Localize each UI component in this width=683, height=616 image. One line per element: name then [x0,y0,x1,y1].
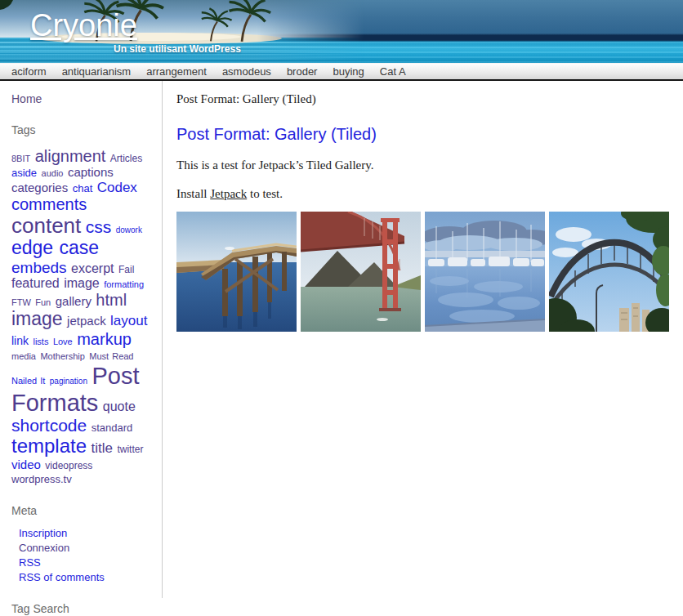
tag-search-heading: Tag Search [11,602,153,615]
tag-fun[interactable]: Fun [35,297,51,307]
tag-articles[interactable]: Articles [110,153,142,164]
nav-menu: aciformantiquarianismarrangementasmodeus… [0,63,683,81]
tag-must-read[interactable]: Must Read [89,351,133,361]
tag-quote[interactable]: quote [103,400,136,413]
meta-list-item: RSS [19,555,153,569]
nav-item-broder[interactable]: broder [287,65,318,78]
tag-ftw[interactable]: FTW [11,297,31,307]
tag-image[interactable]: image [11,308,63,329]
jetpack-link[interactable]: Jetpack [210,187,247,200]
tag-title[interactable]: title [92,440,113,456]
tag-8bit[interactable]: 8BIT [11,154,30,163]
tag-comments[interactable]: comments [11,195,87,213]
gallery-image-golden-gate[interactable] [301,212,421,332]
sidebar-item-rss-of-comments[interactable]: RSS of comments [19,571,105,583]
tag-cloud: 8BIT alignment Articles aside audio capt… [11,147,155,486]
tiled-gallery [176,212,676,332]
tag-media[interactable]: media [11,351,36,361]
sidebar-item-rss[interactable]: RSS [19,556,41,569]
tag-link[interactable]: link [11,334,29,347]
tag-markup[interactable]: markup [77,330,132,348]
tag-video[interactable]: video [11,458,41,471]
tag-codex[interactable]: Codex [97,180,137,195]
tag-alignment[interactable]: alignment [35,147,106,165]
tag-mothership[interactable]: Mothership [40,351,84,361]
tag-wordpress-tv[interactable]: wordpress.tv [11,473,72,485]
tags-heading: Tags [11,123,153,136]
meta-list-item: RSS of comments [19,569,153,584]
tag-featured-image[interactable]: featured image [11,276,100,290]
gallery-image-harbour-bridge[interactable] [549,212,669,332]
tag-categories[interactable]: categories [11,181,68,194]
tag-videopress[interactable]: videopress [45,460,92,471]
tag-jetpack[interactable]: jetpack [67,314,106,328]
tag-gallery[interactable]: gallery [56,294,92,308]
tag-captions[interactable]: captions [68,165,114,179]
gallery-image-blue-marina[interactable] [425,212,545,332]
sidebar-item-inscription[interactable]: Inscription [19,527,67,539]
nav-item-cat-a[interactable]: Cat A [380,65,406,78]
tag-layout[interactable]: layout [110,313,147,328]
meta-list-item: Inscription [19,525,153,540]
tag-pagination[interactable]: pagination [50,377,87,386]
header-banner: Cryonie Un site utilisant WordPress [0,0,683,63]
tag-audio[interactable]: audio [42,168,64,178]
tag-fail[interactable]: Fail [118,264,134,275]
meta-heading: Meta [11,504,153,517]
archive-page-header: Post Format: Gallery (Tiled) [176,92,676,106]
tag-excerpt[interactable]: excerpt [71,261,114,275]
tag-embeds[interactable]: embeds [11,259,67,276]
tag-css[interactable]: css [86,217,112,236]
meta-list: InscriptionConnexionRSSRSS of comments [11,525,153,584]
tag-formatting[interactable]: formatting [104,279,144,289]
tag-chat[interactable]: chat [73,182,93,194]
tag-twitter[interactable]: twitter [117,444,143,455]
meta-list-item: Connexion [19,540,153,555]
tag-shortcode[interactable]: shortcode [11,416,87,435]
tag-love[interactable]: Love [53,337,73,346]
post-paragraph-2: Install Jetpack to test. [176,187,676,201]
tag-aside[interactable]: aside [11,167,37,179]
tag-standard[interactable]: standard [92,422,133,434]
tag-edge-case[interactable]: edge case [11,237,99,258]
nav-item-asmodeus[interactable]: asmodeus [222,65,271,78]
main-content: Post Format: Gallery (Tiled) Post Format… [163,81,683,598]
sidebar-item-connexion[interactable]: Connexion [19,542,69,554]
tag-nailed-it[interactable]: Nailed It [11,376,45,386]
tag-dowork[interactable]: dowork [116,225,142,234]
gallery-image-wooden-pier[interactable] [176,212,297,332]
sidebar-item-home[interactable]: Home [11,92,153,105]
post-paragraph-1: This is a test for Jetpack’s Tiled Galle… [176,158,676,172]
tag-template[interactable]: template [11,435,87,457]
nav-item-antiquarianism[interactable]: antiquarianism [62,65,132,78]
tag-html[interactable]: html [96,291,127,309]
tag-content[interactable]: content [11,213,81,238]
site-title[interactable]: Cryonie [30,8,137,43]
tag-lists[interactable]: lists [33,337,48,346]
post-title-link[interactable]: Post Format: Gallery (Tiled) [176,125,377,144]
sidebar: Home Tags 8BIT alignment Articles aside … [0,81,163,598]
nav-item-aciform[interactable]: aciform [11,65,47,78]
nav-item-arrangement[interactable]: arrangement [146,65,207,78]
nav-item-buying[interactable]: buying [333,65,364,78]
site-tagline: Un site utilisant WordPress [114,43,241,55]
